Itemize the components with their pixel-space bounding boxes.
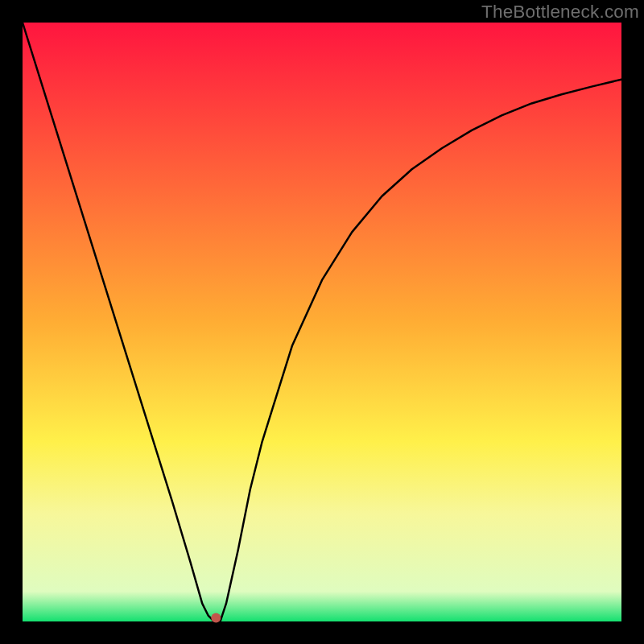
plot-background xyxy=(23,23,621,621)
chart-container: TheBottleneck.com xyxy=(0,0,644,644)
watermark-label: TheBottleneck.com xyxy=(481,2,639,23)
marker-dot xyxy=(211,613,221,623)
bottleneck-chart xyxy=(0,0,644,644)
